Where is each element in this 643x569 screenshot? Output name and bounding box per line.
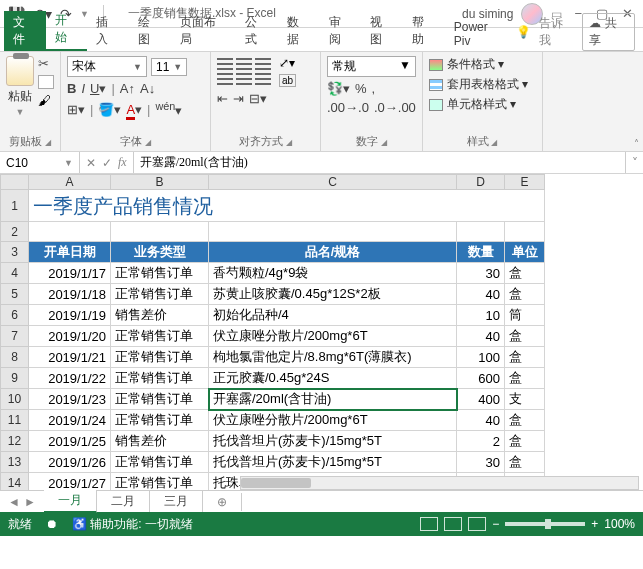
sheet-nav-prev-icon[interactable]: ◄ [8, 495, 20, 509]
pagebreak-view-icon[interactable] [468, 517, 486, 531]
decrease-font-icon[interactable]: A↓ [140, 81, 155, 96]
cell-date[interactable]: 2019/1/19 [29, 305, 111, 326]
cell-qty[interactable]: 2 [457, 431, 505, 452]
phonetic-button[interactable]: wén▾ [155, 100, 182, 119]
cell-type[interactable]: 正常销售订单 [111, 284, 209, 305]
horizontal-scrollbar[interactable] [240, 476, 639, 490]
cell-type[interactable]: 销售差价 [111, 431, 209, 452]
column-header-4[interactable]: 单位 [505, 242, 545, 263]
zoom-out-button[interactable]: − [492, 517, 499, 531]
table-row[interactable]: 132019/1/26正常销售订单托伐普坦片(苏麦卡)/15mg*5T30盒 [1, 452, 545, 473]
cell-qty[interactable]: 40 [457, 284, 505, 305]
table-row[interactable]: 112019/1/24正常销售订单伏立康唑分散片/200mg*6T40盒 [1, 410, 545, 431]
cell-date[interactable]: 2019/1/21 [29, 347, 111, 368]
cell-unit[interactable]: 盒 [505, 347, 545, 368]
cell-qty[interactable]: 100 [457, 347, 505, 368]
cell-type[interactable]: 正常销售订单 [111, 452, 209, 473]
cell-product[interactable]: 正元胶囊/0.45g*24S [209, 368, 457, 389]
worksheet-grid[interactable]: ABCDE1一季度产品销售情况23开单日期业务类型品名/规格数量单位42019/… [0, 174, 643, 490]
row-header-1[interactable]: 1 [1, 190, 29, 222]
row-header-10[interactable]: 10 [1, 389, 29, 410]
decrease-indent-icon[interactable]: ⇤ [217, 91, 228, 106]
border-button[interactable]: ⊞▾ [67, 102, 85, 117]
accounting-format-button[interactable]: 💱▾ [327, 81, 350, 96]
cell-date[interactable]: 2019/1/23 [29, 389, 111, 410]
sheet-tab-feb[interactable]: 二月 [97, 491, 150, 512]
row-header-2[interactable]: 2 [1, 222, 29, 242]
cell-unit[interactable]: 支 [505, 389, 545, 410]
zoom-slider[interactable] [505, 522, 585, 526]
tab-powerpivot[interactable]: Power Piv [445, 17, 516, 51]
col-header-E[interactable]: E [505, 175, 545, 190]
row-header-4[interactable]: 4 [1, 263, 29, 284]
tab-pagelayout[interactable]: 页面布局 [171, 11, 236, 51]
cell-product[interactable]: 开塞露/20ml(含甘油) [209, 389, 457, 410]
increase-decimal-icon[interactable]: .00→.0 [327, 100, 369, 115]
column-header-2[interactable]: 品名/规格 [209, 242, 457, 263]
cell-date[interactable]: 2019/1/17 [29, 263, 111, 284]
cell-date[interactable]: 2019/1/24 [29, 410, 111, 431]
row-header-11[interactable]: 11 [1, 410, 29, 431]
tab-draw[interactable]: 绘图 [129, 11, 171, 51]
font-size-select[interactable]: 11▼ [151, 58, 187, 76]
table-row[interactable]: 42019/1/17正常销售订单香芍颗粒/4g*9袋30盒 [1, 263, 545, 284]
cell-unit[interactable]: 盒 [505, 410, 545, 431]
bold-button[interactable]: B [67, 81, 76, 96]
tab-file[interactable]: 文件 [4, 11, 46, 51]
copy-icon[interactable] [38, 75, 54, 89]
table-row[interactable]: 52019/1/18正常销售订单苏黄止咳胶囊/0.45g*12S*2板40盒 [1, 284, 545, 305]
cell-unit[interactable]: 盒 [505, 431, 545, 452]
cell-date[interactable]: 2019/1/20 [29, 326, 111, 347]
cell-date[interactable]: 2019/1/18 [29, 284, 111, 305]
cell-qty[interactable]: 40 [457, 410, 505, 431]
cell-date[interactable]: 2019/1/26 [29, 452, 111, 473]
merge-button[interactable]: ⊟▾ [249, 91, 267, 106]
column-header-0[interactable]: 开单日期 [29, 242, 111, 263]
zoom-level[interactable]: 100% [604, 517, 635, 531]
column-header-1[interactable]: 业务类型 [111, 242, 209, 263]
col-header-D[interactable]: D [457, 175, 505, 190]
table-format-button[interactable]: 套用表格格式 ▾ [429, 76, 536, 93]
cell-type[interactable]: 正常销售订单 [111, 326, 209, 347]
cell-unit[interactable]: 盒 [505, 263, 545, 284]
tab-data[interactable]: 数据 [278, 11, 320, 51]
paste-button[interactable]: 粘贴 ▼ [6, 56, 34, 117]
cell-type[interactable]: 正常销售订单 [111, 347, 209, 368]
cell-type[interactable]: 正常销售订单 [111, 389, 209, 410]
name-box[interactable]: C10▼ [0, 152, 80, 173]
cell-qty[interactable]: 30 [457, 263, 505, 284]
row-header-5[interactable]: 5 [1, 284, 29, 305]
comma-button[interactable]: , [372, 81, 376, 96]
orientation-button[interactable]: ⤢▾ [279, 56, 296, 70]
col-header-B[interactable]: B [111, 175, 209, 190]
title-cell[interactable]: 一季度产品销售情况 [29, 190, 545, 222]
row-header-3[interactable]: 3 [1, 242, 29, 263]
cancel-formula-icon[interactable]: ✕ [86, 156, 96, 170]
align-buttons[interactable] [217, 58, 271, 85]
cell-qty[interactable]: 40 [457, 326, 505, 347]
tab-review[interactable]: 审阅 [320, 11, 362, 51]
row-header-9[interactable]: 9 [1, 368, 29, 389]
format-painter-icon[interactable]: 🖌 [38, 93, 54, 108]
underline-button[interactable]: U▾ [90, 81, 106, 96]
tellme-input[interactable]: 告诉我 [539, 15, 574, 49]
cell-unit[interactable]: 盒 [505, 368, 545, 389]
accessibility-status[interactable]: ♿ 辅助功能: 一切就绪 [72, 516, 193, 533]
cell-type[interactable]: 销售差价 [111, 305, 209, 326]
table-row[interactable]: 82019/1/21正常销售订单枸地氯雷他定片/8.8mg*6T(薄膜衣)100… [1, 347, 545, 368]
cell-date[interactable]: 2019/1/25 [29, 431, 111, 452]
sheet-nav-next-icon[interactable]: ► [24, 495, 36, 509]
cell-date[interactable]: 2019/1/22 [29, 368, 111, 389]
sheet-tab-jan[interactable]: 一月 [44, 490, 97, 513]
number-format-select[interactable]: 常规▼ [327, 56, 416, 77]
share-button[interactable]: ☁ 共享 [582, 13, 635, 51]
macro-record-icon[interactable]: ⏺ [46, 517, 58, 531]
cell-qty[interactable]: 400 [457, 389, 505, 410]
cell-product[interactable]: 托伐普坦片(苏麦卡)/15mg*5T [209, 452, 457, 473]
collapse-ribbon-icon[interactable]: ˄ [634, 138, 639, 149]
increase-font-icon[interactable]: A↑ [120, 81, 135, 96]
row-header-14[interactable]: 14 [1, 473, 29, 491]
cell-product[interactable]: 托伐普坦片(苏麦卡)/15mg*5T [209, 431, 457, 452]
table-row[interactable]: 122019/1/25销售差价托伐普坦片(苏麦卡)/15mg*5T2盒 [1, 431, 545, 452]
col-header-A[interactable]: A [29, 175, 111, 190]
